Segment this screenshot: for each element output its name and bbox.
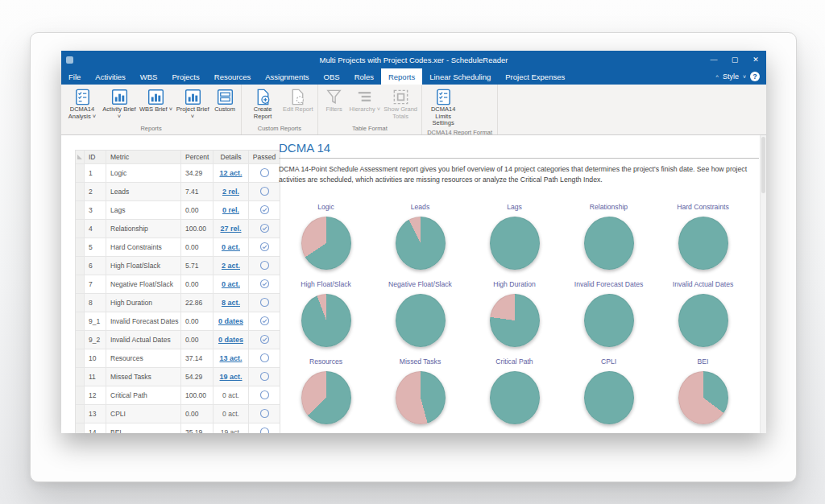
dcma14-analysis-button[interactable]: DCMA14 Analysis ˅ [64,87,100,120]
pie-cell-resources: Resources [279,357,373,424]
details-link[interactable]: 2 rel. [222,188,239,196]
pie-cell-critical-path: Critical Path [467,357,562,424]
table-row-lags: 3Lags0.000 rel. [76,201,280,220]
row-selector[interactable] [76,386,85,405]
menu-tab-resources[interactable]: Resources [207,68,258,85]
pie-chart-cpli[interactable] [584,371,634,424]
pie-chart-hard-constraints[interactable] [678,217,728,270]
details-link[interactable]: 12 act. [219,169,242,177]
wbs-brief-button[interactable]: WBS Brief ˅ [139,87,173,114]
vertical-scrollbar[interactable] [760,135,766,433]
cell-id: 3 [85,201,106,220]
row-selector[interactable] [76,331,85,349]
menu-tab-assignments[interactable]: Assignments [258,68,316,85]
close-button[interactable]: ✕ [745,51,766,68]
pie-chart-invalid-forecast-dates[interactable] [584,294,634,347]
details-link[interactable]: 0 dates [218,336,243,344]
row-selector[interactable] [76,312,85,331]
row-selector[interactable] [76,368,85,386]
menu-tab-roles[interactable]: Roles [347,68,381,85]
cell-metric: Lags [106,201,181,220]
row-selector[interactable] [76,220,85,238]
ribbon-group-name: Custom Reports [245,123,314,134]
details-link[interactable]: 13 act. [219,354,242,362]
edit-report-button: Edit Report [282,87,314,114]
menu-tab-linear-scheduling[interactable]: Linear Scheduling [422,68,498,85]
activity-brief-button[interactable]: Activity Brief ˅ [102,87,137,120]
column-header-metric[interactable]: Metric [106,151,181,164]
row-selector[interactable] [76,294,85,312]
details-link[interactable]: 27 rel. [220,225,241,233]
cell-id: 13 [85,405,106,423]
cell-passed [249,238,280,257]
column-header-details[interactable]: Details [214,151,249,164]
cell-metric: BEI [106,423,181,433]
column-header-passed[interactable]: Passed [249,151,280,164]
row-selector[interactable] [76,201,85,220]
menu-tab-reports[interactable]: Reports [381,68,422,85]
row-selector[interactable] [76,238,85,257]
details-link[interactable]: 8 act. [222,299,240,307]
cell-passed [249,275,280,294]
style-caret-icon[interactable]: ˅ [743,74,746,80]
row-selector[interactable] [76,164,85,183]
column-header-id[interactable]: ID [85,151,106,164]
menu-tab-file[interactable]: File [61,68,88,85]
cell-percent: 34.29 [181,164,214,183]
maximize-button[interactable]: ▢ [724,51,745,68]
pie-chart-invalid-actual-dates[interactable] [678,294,728,347]
cell-id: 4 [85,220,106,238]
row-selector[interactable] [76,349,85,368]
pie-chart-logic[interactable] [301,217,351,270]
pie-chart-lags[interactable] [490,217,540,270]
project-brief-button[interactable]: Project Brief ˅ [175,87,210,120]
cell-percent: 35.19 [181,423,214,433]
menu-tab-activities[interactable]: Activities [88,68,132,85]
row-selector[interactable] [76,257,85,275]
pie-chart-negative-float-slack[interactable] [396,294,446,347]
menu-tab-project-expenses[interactable]: Project Expenses [498,68,572,85]
menu-tab-wbs[interactable]: WBS [133,68,165,85]
pie-chart-bei[interactable] [678,371,728,424]
row-selector[interactable] [76,275,85,294]
pie-chart-resources[interactable] [301,371,351,424]
menu-tab-projects[interactable]: Projects [164,68,206,85]
dcma14-limits-settings-button[interactable]: DCMA14 Limits Settings [425,87,461,127]
table-row-logic: 1Logic34.2912 act. [76,164,280,183]
create-report-button[interactable]: Create Report [245,87,280,120]
details-link[interactable]: 0 dates [218,317,243,325]
bar-chart-icon [184,87,202,106]
details-link[interactable]: 0 rel. [222,206,239,214]
pie-cell-invalid-forecast-dates: Invalid Forecast Dates [562,280,656,347]
row-selector[interactable] [76,423,85,433]
details-link[interactable]: 0 act. [222,243,240,251]
table-corner-cell[interactable] [76,151,85,164]
pie-chart-critical-path[interactable] [490,371,540,424]
custom-button[interactable]: Custom [212,87,238,114]
pie-chart-missed-tasks[interactable] [396,371,446,424]
pie-chart-leads[interactable] [396,217,446,270]
details-link[interactable]: 0 act. [222,280,240,288]
style-menu[interactable]: Style [723,72,739,81]
table-header-row: IDMetricPercentDetailsPassed [76,151,280,164]
collapse-ribbon-icon[interactable]: ^ [716,74,719,80]
scrollbar-thumb[interactable] [761,137,765,193]
cell-percent: 0.00 [181,238,214,257]
pie-chart-relationship[interactable] [584,217,634,270]
cell-metric: Negative Float/Slack [106,275,181,294]
details-link[interactable]: 2 act. [222,262,240,270]
help-icon[interactable]: ? [750,72,760,81]
column-header-percent[interactable]: Percent [181,151,214,164]
details-text: 19 act. [221,428,242,433]
details-link[interactable]: 19 act. [219,373,242,381]
pie-chart-high-float-slack[interactable] [301,294,351,347]
cell-metric: High Duration [106,294,181,312]
row-selector[interactable] [76,405,85,423]
details-text: 0 act. [222,410,239,418]
menu-tab-obs[interactable]: OBS [317,68,347,85]
minimize-button[interactable]: — [703,51,724,68]
pie-chart-high-duration[interactable] [490,294,540,347]
pie-cell-hard-constraints: Hard Constraints [656,203,750,270]
report-title: DCMA 14 [279,141,759,155]
row-selector[interactable] [76,183,85,201]
